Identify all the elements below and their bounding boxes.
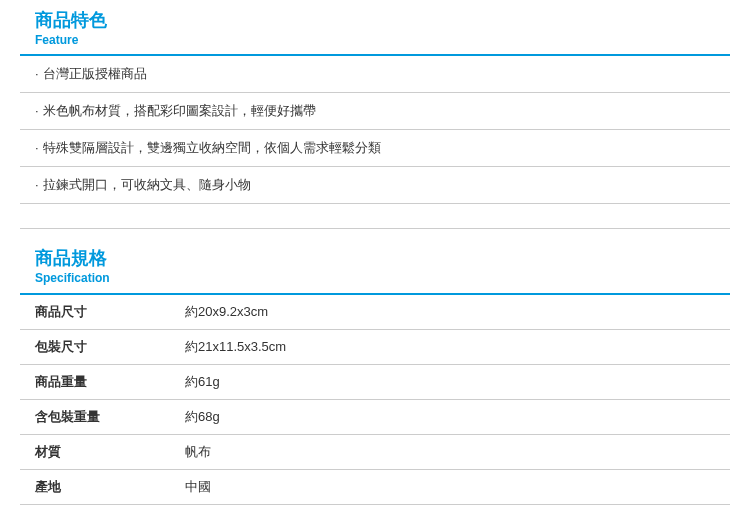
list-item: 台灣正版授權商品 [20, 56, 730, 93]
feature-title: 商品特色 [35, 10, 730, 32]
spec-label: 材質 [20, 434, 170, 469]
spec-value: 約68g [170, 399, 730, 434]
spec-label: 產地 [20, 469, 170, 504]
spec-label: 商品重量 [20, 364, 170, 399]
table-row: 包裝尺寸 約21x11.5x3.5cm [20, 329, 730, 364]
section-gap [0, 204, 750, 228]
spec-value: 約20x9.2x3cm [170, 295, 730, 330]
spec-header: 商品規格 Specification [20, 238, 730, 294]
table-row: 材質 帆布 [20, 434, 730, 469]
divider [20, 228, 730, 238]
spec-value: 中國 [170, 469, 730, 504]
spec-table: 商品尺寸 約20x9.2x3cm 包裝尺寸 約21x11.5x3.5cm 商品重… [20, 295, 730, 505]
spec-label: 包裝尺寸 [20, 329, 170, 364]
list-item: 米色帆布材質，搭配彩印圖案設計，輕便好攜帶 [20, 93, 730, 130]
list-item: 拉鍊式開口，可收納文具、隨身小物 [20, 167, 730, 204]
spec-label: 商品尺寸 [20, 295, 170, 330]
spec-value: 約21x11.5x3.5cm [170, 329, 730, 364]
table-row: 產地 中國 [20, 469, 730, 504]
table-row: 商品尺寸 約20x9.2x3cm [20, 295, 730, 330]
feature-header: 商品特色 Feature [20, 0, 730, 56]
spec-value: 約61g [170, 364, 730, 399]
table-row: 含包裝重量 約68g [20, 399, 730, 434]
list-item: 特殊雙隔層設計，雙邊獨立收納空間，依個人需求輕鬆分類 [20, 130, 730, 167]
spec-label: 含包裝重量 [20, 399, 170, 434]
spec-section: 商品規格 Specification 商品尺寸 約20x9.2x3cm 包裝尺寸… [0, 238, 750, 504]
spec-title: 商品規格 [35, 248, 730, 270]
table-row: 商品重量 約61g [20, 364, 730, 399]
spec-value: 帆布 [170, 434, 730, 469]
spec-subtitle: Specification [35, 270, 730, 287]
feature-list: 台灣正版授權商品 米色帆布材質，搭配彩印圖案設計，輕便好攜帶 特殊雙隔層設計，雙… [20, 56, 730, 204]
feature-section: 商品特色 Feature 台灣正版授權商品 米色帆布材質，搭配彩印圖案設計，輕便… [0, 0, 750, 204]
feature-subtitle: Feature [35, 32, 730, 49]
